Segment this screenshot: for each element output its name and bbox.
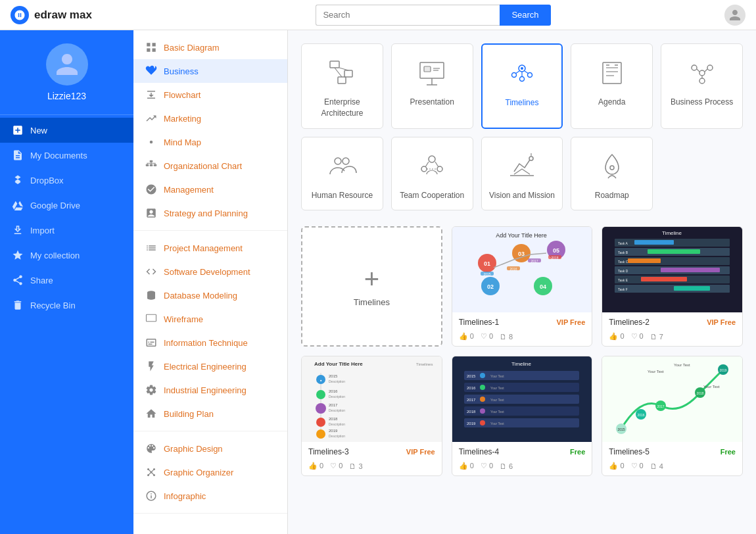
timelines-5-copies: 🗋 4 (650, 462, 663, 470)
svg-text:2016: 2016 (467, 386, 476, 390)
svg-point-45 (692, 65, 697, 70)
svg-text:2018: 2018 (467, 410, 476, 414)
add-new-template[interactable]: + Timelines (301, 226, 442, 347)
search-area: Search (142, 5, 724, 26)
template-timelines-4[interactable]: Timeline 2015 Your Text 2016 Your Text 2… (452, 356, 593, 476)
menu-label-strategy: Strategy and Planning (164, 208, 248, 218)
timelines-2-info: Timelines-2 VIP Free (602, 312, 742, 332)
timelines-1-name: Timelines-1 (459, 318, 500, 327)
timelines-5-badge: Free (721, 448, 736, 456)
menu-label-software: Software Development (164, 267, 250, 277)
svg-text:Description: Description (329, 434, 345, 438)
timelines-3-copies: 🗋 3 (349, 462, 362, 470)
svg-point-137 (480, 385, 485, 390)
svg-rect-7 (150, 164, 153, 166)
sidebar-item-my-collection[interactable]: My collection (0, 243, 133, 268)
cat-card-roadmap[interactable]: Roadmap (571, 137, 653, 211)
menu-item-management[interactable]: Management (133, 178, 287, 201)
sidebar-item-my-documents[interactable]: My Documents (0, 143, 133, 168)
menu-item-building[interactable]: Building Plan (133, 402, 287, 425)
timelines-3-preview: Add Your Title Here Timelines ● 2015 Des… (302, 356, 442, 442)
svg-text:2016: 2016 (638, 413, 645, 417)
cat-card-timelines[interactable]: Timelines (481, 43, 563, 129)
menu-item-flowchart[interactable]: Flowchart (133, 83, 287, 107)
menu-item-basic-diagram[interactable]: Basic Diagram (133, 36, 287, 59)
menu-label-business: Business (164, 66, 199, 76)
cat-card-business-process[interactable]: Business Process (661, 43, 743, 129)
menu-item-wireframe[interactable]: Wireframe (133, 307, 287, 331)
menu-item-db-modeling[interactable]: Database Modeling (133, 283, 287, 307)
svg-text:04: 04 (540, 283, 546, 290)
timelines-2-badge: VIP Free (707, 318, 736, 326)
user-avatar-icon[interactable] (724, 5, 745, 26)
add-template-label: Timelines (354, 297, 390, 307)
template-timelines-5[interactable]: Your Text Your Text Your Text 2017 2018 … (602, 356, 743, 476)
svg-point-47 (707, 65, 713, 70)
cat-card-presentation[interactable]: Presentation (391, 43, 473, 129)
svg-text:Task B: Task B (618, 251, 628, 255)
search-button[interactable]: Search (500, 5, 550, 26)
svg-point-4 (150, 141, 153, 144)
svg-text:01: 01 (484, 260, 490, 267)
menu-item-marketing[interactable]: Marketing (133, 107, 287, 130)
cat-card-human-resource[interactable]: Human Resource (301, 137, 383, 211)
sidebar-item-google-drive[interactable]: Google Drive (0, 193, 133, 218)
cat-label-enterprise: EnterpriseArchitecture (321, 97, 363, 119)
sidebar-username: Lizzie123 (47, 91, 86, 101)
cat-card-vision-mission[interactable]: Vision and Mission (481, 137, 563, 211)
svg-text:Description: Description (329, 395, 345, 399)
timelines-icon (505, 57, 539, 91)
logo-icon (11, 6, 29, 24)
menu-item-project-mgmt[interactable]: Project Management (133, 236, 287, 260)
menu-label-project-mgmt: Project Management (164, 243, 243, 253)
cat-card-enterprise-architecture[interactable]: EnterpriseArchitecture (301, 43, 383, 129)
timelines-5-preview: Your Text Your Text Your Text 2017 2018 … (602, 356, 742, 442)
menu-item-infographic[interactable]: Infographic (133, 484, 287, 508)
vision-mission-icon (505, 149, 539, 183)
svg-text:2016: 2016 (510, 267, 517, 271)
svg-rect-10 (147, 314, 156, 322)
timelines-5-likes: 👍 0 (609, 462, 624, 470)
menu-item-business[interactable]: Business (133, 59, 287, 83)
cat-label-human-resource: Human Resource (312, 190, 373, 201)
sidebar-item-new[interactable]: New (0, 118, 133, 143)
template-timelines-3[interactable]: Add Your Title Here Timelines ● 2015 Des… (301, 356, 442, 476)
menu-item-info-tech[interactable]: Information Technique (133, 331, 287, 354)
timelines-5-name: Timelines-5 (609, 447, 650, 456)
svg-rect-20 (330, 61, 339, 68)
search-input[interactable] (316, 5, 500, 26)
timelines-1-badge: VIP Free (557, 318, 586, 326)
menu-item-electrical[interactable]: Electrical Engineering (133, 354, 287, 378)
svg-text:2018: 2018 (697, 391, 704, 395)
template-timelines-1[interactable]: Add Your Title Here 01 03 05 02 04 20 (452, 226, 593, 347)
sidebar-item-share[interactable]: Share (0, 268, 133, 293)
svg-rect-39 (603, 62, 621, 84)
svg-text:2018: 2018 (329, 417, 338, 421)
svg-text:Task E: Task E (618, 278, 628, 282)
menu-item-mind-map[interactable]: Mind Map (133, 130, 287, 154)
sidebar-item-dropbox[interactable]: DropBox (0, 168, 133, 193)
svg-text:Your Text: Your Text (490, 398, 504, 402)
menu-item-software-dev[interactable]: Software Development (133, 260, 287, 283)
svg-rect-88 (648, 249, 700, 254)
svg-text:Your Text: Your Text (490, 386, 504, 390)
menu-item-graphic-organizer[interactable]: Graphic Organizer (133, 460, 287, 484)
template-timelines-2[interactable]: Timeline Task A Task B Task C Task D (602, 226, 743, 347)
svg-text:2019: 2019 (720, 368, 727, 372)
sidebar-item-recycle-bin[interactable]: Recycle Bin (0, 293, 133, 318)
timelines-5-hearts: ♡ 0 (631, 462, 644, 470)
sidebar-item-import[interactable]: Import (0, 218, 133, 243)
menu-item-strategy[interactable]: Strategy and Planning (133, 201, 287, 225)
menu-item-industrial[interactable]: Industrial Engineering (133, 378, 287, 402)
cat-card-team-cooperation[interactable]: Team Cooperation (391, 137, 473, 211)
sidebar-item-label-share: Share (30, 276, 53, 285)
menu-item-graphic-design[interactable]: Graphic Design (133, 437, 287, 460)
menu-item-org-chart[interactable]: Organizational Chart (133, 154, 287, 178)
cat-label-team-cooperation: Team Cooperation (400, 190, 464, 201)
svg-line-50 (705, 69, 707, 72)
cat-card-agenda[interactable]: Agenda (571, 43, 653, 129)
sidebar-item-label-docs: My Documents (30, 151, 87, 160)
svg-line-57 (425, 162, 429, 167)
business-process-icon (685, 56, 719, 90)
svg-rect-85 (634, 240, 674, 245)
